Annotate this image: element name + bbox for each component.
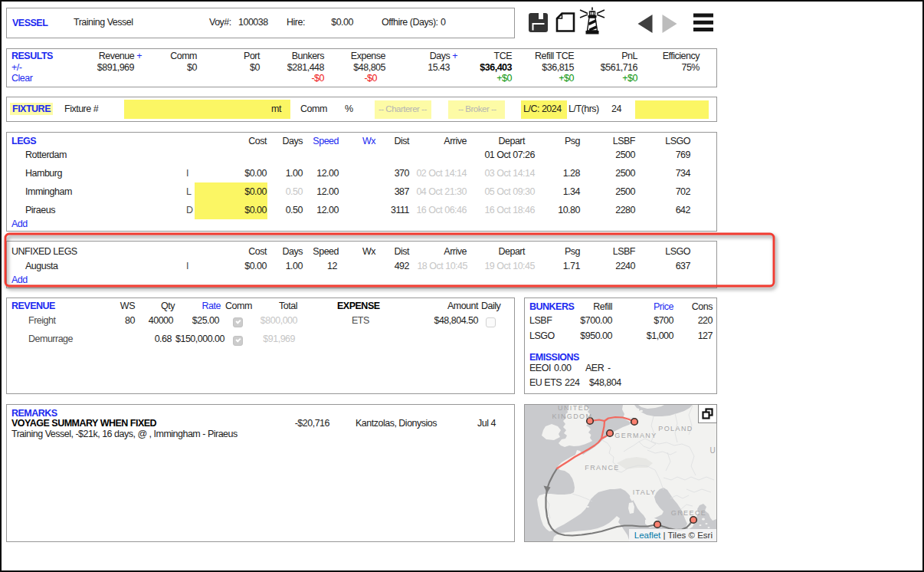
map-attribution-leaflet-link[interactable]: Leaflet [634,531,661,540]
results-clear-link[interactable]: Clear [11,72,32,84]
voyage-estimator-window: VESSEL Training Vessel Voy#: 100038 Hire… [0,0,924,572]
map-marker-augusta[interactable] [654,521,661,528]
bunkers-title: BUNKERS [529,301,574,313]
bunkers-header-cons: Cons [692,301,713,313]
map-label-united: UNITED [558,405,590,412]
map-attribution-tiles: Tiles © Esri [667,531,713,540]
map-label-greece: GREECE [671,509,706,517]
forward-arrow-icon[interactable] [662,15,677,33]
revenue-row-0-ws[interactable]: 80 [125,314,135,327]
revenue-panel: REVENUE WS Qty Rate Comm Total EXPENSE A… [6,298,515,394]
unfixed-header-lsgo: LSGO [665,245,690,258]
legs-row-2-psg: 1.34 [563,186,580,198]
revenue-row-1-rate[interactable]: $150,000.00 [175,333,224,345]
unfixed-add-link[interactable]: Add [11,274,28,286]
revenue-row-1-label[interactable]: Demurrage [28,333,73,345]
legs-row-1-cost[interactable]: $0.00 [244,167,267,179]
revenue-row-0-total: $800,000 [260,314,297,327]
remarks-summary-author: Kantzolas, Dionysios [356,417,437,429]
bunkers-row-0-price[interactable]: $700 [654,314,673,327]
offhire-value[interactable]: 0 [441,16,445,28]
laytime-label: L/T(hrs) [568,103,599,115]
revenue-title: REVENUE [11,300,55,312]
map-label-ukraine: U [709,446,715,455]
bunkers-row-1-refill[interactable]: $950.00 [580,330,612,342]
save-icon[interactable] [529,13,548,32]
legs-row-2-port[interactable]: Immingham [25,186,72,198]
unfixed-row-0-lsgo: 637 [676,260,690,272]
legs-row-1-speed[interactable]: 12.00 [316,167,339,179]
lighthouse-icon[interactable] [578,6,606,35]
voyage-number-value: 100038 [238,16,268,28]
revenue-row-1-total: $91,969 [263,333,295,345]
legs-row-3-depart: 16 Oct 18:46 [484,204,535,216]
expense-header-daily: Daily [481,300,500,312]
results-delta-pnl: +$0 [622,72,637,84]
legs-row-3-port[interactable]: Piraeus [25,204,55,216]
results-header-efficiency: Efficiency [663,50,700,62]
legs-row-3-speed[interactable]: 12.00 [316,204,339,216]
revenue-row-0-rate[interactable]: $25.00 [192,314,219,327]
bunkers-row-0-refill[interactable]: $700.00 [580,314,612,327]
revenue-header-total: Total [279,300,297,312]
revenue-row-0-label[interactable]: Freight [28,314,55,327]
results-header-pnl: PnL [621,50,637,62]
bunkers-header-refill: Refill [593,301,612,313]
revenue-row-0-qty[interactable]: 40000 [149,314,173,327]
revenue-row-1-qty[interactable]: 0.68 [155,333,172,345]
revenue-row-1-comm-checkbox[interactable] [233,336,243,346]
hire-value[interactable]: $0.00 [331,16,353,28]
expense-row-0-daily-checkbox[interactable] [486,317,496,327]
legs-row-0-port[interactable]: Rotterdam [25,149,67,161]
offhire-label: Offhire (Days): [382,16,438,28]
results-header-days-label: Days [430,51,450,61]
legs-row-3-psg: 10.80 [558,204,580,216]
legs-row-2-speed[interactable]: 12.00 [316,186,339,198]
revenue-row-0-comm-checkbox[interactable] [233,317,243,327]
map-label-france: FRANCE [585,464,619,472]
back-arrow-icon[interactable] [637,15,653,33]
map-marker-hamburg[interactable] [631,419,638,426]
new-document-icon[interactable] [555,12,575,32]
legs-row-1-depart: 03 Oct 14:14 [484,167,535,179]
legs-row-3-cost[interactable]: $0.00 [244,204,267,216]
legs-row-1-lsgo: 734 [676,167,690,179]
map-panel: UNITED KINGDOM GERMANY POLAND FRANCE ITA… [524,404,717,542]
results-delta-refill-tce: +$0 [559,72,574,84]
unfixed-row-0-speed[interactable]: 12 [327,260,337,272]
legs-header-speed: Speed [313,135,339,147]
legs-row-2-cost[interactable]: $0.00 [244,186,267,198]
expense-row-0-amount[interactable]: $48,804.50 [434,314,478,327]
legs-add-link[interactable]: Add [11,218,28,230]
results-delta-expense: -$0 [364,72,377,84]
emissions-euets-label: EU ETS [529,376,562,389]
menu-icon[interactable] [693,13,713,32]
results-header-tce: TCE [494,50,513,62]
map-marker-piraeus[interactable] [690,517,697,524]
revenue-header-rate[interactable]: Rate [202,300,221,312]
vessel-name[interactable]: Training Vessel [74,16,133,28]
legs-row-1-port[interactable]: Hamburg [25,167,62,179]
map-marker-rotterdam[interactable] [607,430,614,437]
broker-placeholder: -- Broker -- [458,103,496,115]
laycan-value: L/C: 2024 [523,103,562,115]
bunkers-row-1-price[interactable]: $1,000 [647,330,673,342]
check-mark-icon [235,337,241,342]
vessel-label[interactable]: VESSEL [12,17,48,29]
bunkers-header-price[interactable]: Price [654,301,673,313]
results-header-revenue: Revenue + [99,50,142,62]
laytime-value[interactable]: 24 [611,103,621,115]
hire-label: Hire: [287,16,305,28]
voyage-map[interactable]: UNITED KINGDOM GERMANY POLAND FRANCE ITA… [525,405,716,541]
fixture-quantity-field[interactable] [124,100,290,119]
bunkers-row-1-cons: 127 [698,330,713,342]
unfixed-row-0-cost[interactable]: $0.00 [244,260,267,272]
map-label-kingdom: KINGDOM [552,413,593,420]
map-expand-button[interactable] [698,404,717,423]
legs-row-3-lsbf: 2280 [615,204,635,216]
results-header-days-plus[interactable]: + [452,51,457,61]
fixture-quantity-unit: mt [271,103,281,115]
fixture-extra-field[interactable] [635,100,709,119]
unfixed-row-0-port[interactable]: Augusta [25,260,57,272]
results-header-revenue-plus[interactable]: + [136,51,142,61]
